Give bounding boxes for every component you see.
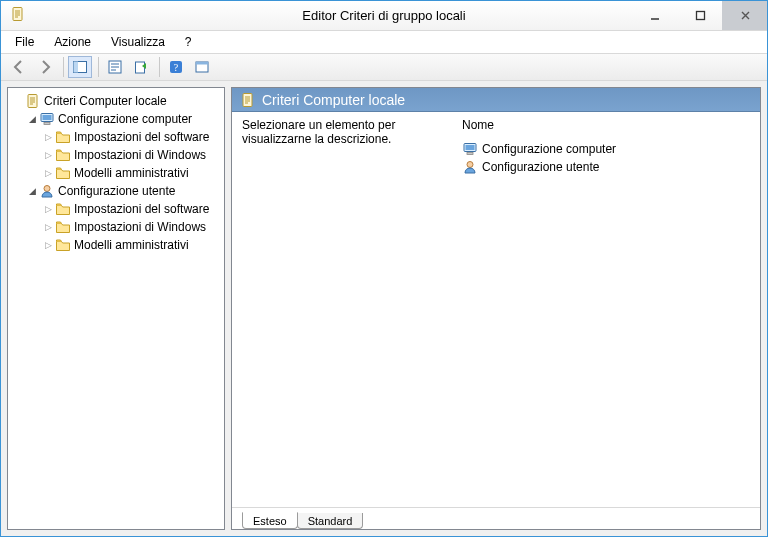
tree-label: Impostazioni di Windows <box>74 220 206 234</box>
tree-panel: Criteri Computer locale ◢ Configurazione… <box>7 87 225 530</box>
show-tree-button[interactable] <box>68 56 92 78</box>
description-column: Selezionare un elemento per visualizzarn… <box>242 118 442 176</box>
svg-rect-13 <box>696 12 704 20</box>
tree-item[interactable]: ▷ Impostazioni del software <box>10 128 222 146</box>
tree-item[interactable]: ▷ Modelli amministrativi <box>10 236 222 254</box>
collapse-icon[interactable]: ◢ <box>26 113 38 125</box>
tree-item[interactable]: ▷ Modelli amministrativi <box>10 164 222 182</box>
spacer <box>12 95 24 107</box>
policy-tree: Criteri Computer locale ◢ Configurazione… <box>8 88 224 258</box>
expand-icon[interactable]: ▷ <box>42 239 54 251</box>
expand-icon[interactable]: ▷ <box>42 131 54 143</box>
tree-computer-config[interactable]: ◢ Configurazione computer <box>10 110 222 128</box>
user-icon <box>462 159 478 175</box>
folder-icon <box>55 237 71 253</box>
view-tabs: Esteso Standard <box>232 507 760 529</box>
tree-label: Modelli amministrativi <box>74 238 189 252</box>
main-area: Criteri Computer locale ◢ Configurazione… <box>1 81 767 536</box>
items-column: Nome Configurazione computer Configurazi… <box>462 118 750 176</box>
detail-body: Criteri Computer locale Selezionare un e… <box>232 88 760 507</box>
folder-icon <box>55 129 71 145</box>
list-item-computer[interactable]: Configurazione computer <box>462 140 750 158</box>
column-header-name[interactable]: Nome <box>462 118 722 136</box>
tree-label: Impostazioni del software <box>74 130 209 144</box>
toolbar-separator <box>63 57 64 77</box>
collapse-icon[interactable]: ◢ <box>26 185 38 197</box>
tree-item[interactable]: ▷ Impostazioni di Windows <box>10 146 222 164</box>
tree-root[interactable]: Criteri Computer locale <box>10 92 222 110</box>
menubar: File Azione Visualizza ? <box>1 31 767 53</box>
tree-label: Configurazione computer <box>58 112 192 126</box>
tree-item[interactable]: ▷ Impostazioni di Windows <box>10 218 222 236</box>
tab-standard[interactable]: Standard <box>297 513 364 529</box>
tree-item[interactable]: ▷ Impostazioni del software <box>10 200 222 218</box>
show-window-button[interactable] <box>190 56 214 78</box>
toolbar-separator <box>98 57 99 77</box>
doc-icon <box>240 92 256 108</box>
properties-button[interactable] <box>103 56 127 78</box>
forward-button[interactable] <box>33 56 57 78</box>
menu-view[interactable]: Visualizza <box>103 33 173 51</box>
menu-help[interactable]: ? <box>177 33 200 51</box>
folder-icon <box>55 201 71 217</box>
tree-label: Configurazione utente <box>58 184 175 198</box>
description-hint: Selezionare un elemento per visualizzarn… <box>242 118 395 146</box>
detail-columns: Selezionare un elemento per visualizzarn… <box>232 112 760 182</box>
detail-header: Criteri Computer locale <box>232 88 760 112</box>
expand-icon[interactable]: ▷ <box>42 221 54 233</box>
maximize-button[interactable] <box>677 1 722 30</box>
toolbar <box>1 53 767 81</box>
back-button[interactable] <box>7 56 31 78</box>
tree-label: Impostazioni del software <box>74 202 209 216</box>
list-label: Configurazione computer <box>482 142 616 156</box>
close-button[interactable] <box>722 1 767 30</box>
expand-icon[interactable]: ▷ <box>42 149 54 161</box>
help-button[interactable] <box>164 56 188 78</box>
folder-icon <box>55 219 71 235</box>
tree-label: Criteri Computer locale <box>44 94 167 108</box>
toolbar-separator <box>159 57 160 77</box>
export-button[interactable] <box>129 56 153 78</box>
tab-extended[interactable]: Esteso <box>242 512 298 529</box>
expand-icon[interactable]: ▷ <box>42 203 54 215</box>
computer-icon <box>39 111 55 127</box>
app-icon <box>9 6 29 25</box>
list-label: Configurazione utente <box>482 160 599 174</box>
tree-label: Impostazioni di Windows <box>74 148 206 162</box>
expand-icon[interactable]: ▷ <box>42 167 54 179</box>
titlebar: Editor Criteri di gruppo locali <box>1 1 767 31</box>
detail-panel: Criteri Computer locale Selezionare un e… <box>231 87 761 530</box>
folder-icon <box>55 165 71 181</box>
folder-icon <box>55 147 71 163</box>
user-icon <box>39 183 55 199</box>
list-item-user[interactable]: Configurazione utente <box>462 158 750 176</box>
window-controls <box>632 1 767 30</box>
computer-icon <box>462 141 478 157</box>
detail-title: Criteri Computer locale <box>262 92 405 108</box>
menu-action[interactable]: Azione <box>46 33 99 51</box>
doc-icon <box>25 93 41 109</box>
minimize-button[interactable] <box>632 1 677 30</box>
tree-label: Modelli amministrativi <box>74 166 189 180</box>
tree-user-config[interactable]: ◢ Configurazione utente <box>10 182 222 200</box>
menu-file[interactable]: File <box>7 33 42 51</box>
